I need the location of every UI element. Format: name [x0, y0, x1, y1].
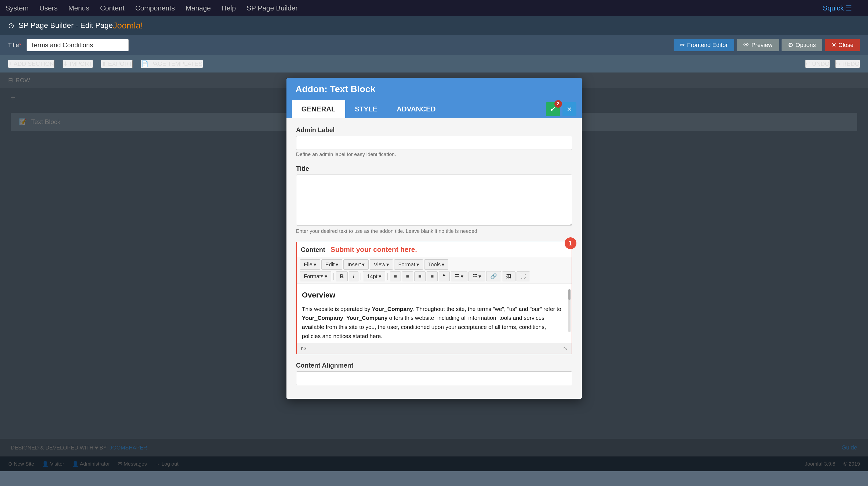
redo-button[interactable]: ↪ REDO	[835, 60, 860, 68]
formats-dropdown-button[interactable]: Formats ▾	[300, 271, 331, 281]
templates-icon: 📄	[141, 60, 149, 67]
user-menu[interactable]: Squick ☰	[823, 4, 852, 12]
align-left-button[interactable]: ≡	[390, 271, 401, 281]
addon-modal: Addon: Text Block GENERAL STYLE ADVANCED…	[286, 78, 582, 399]
nav-content[interactable]: Content	[100, 4, 125, 12]
modal-header: Addon: Text Block	[286, 78, 582, 100]
modal-close-icon: ✕	[567, 105, 572, 113]
nav-spbuilder[interactable]: SP Page Builder	[247, 4, 298, 12]
company-bold-1: Your_Company	[372, 306, 413, 312]
app-title: SP Page Builder - Edit Page	[19, 21, 113, 30]
page-header-bar: ⊙ SP Page Builder - Edit Page Joomla!	[0, 16, 868, 35]
image-button[interactable]: 🖼	[502, 271, 516, 281]
align-justify-button[interactable]: ≡	[427, 271, 438, 281]
align-center-button[interactable]: ≡	[402, 271, 413, 281]
company-bold-2: Your_Company	[302, 315, 343, 321]
content-header: Content Submit your content here.	[297, 242, 571, 257]
editor-resize-handle[interactable]: ⤡	[563, 345, 567, 352]
font-size-button[interactable]: 14pt ▾	[363, 271, 385, 281]
export-icon: ⬆	[101, 60, 106, 67]
title-label: Title*	[8, 41, 21, 49]
modal-tab-actions: ✔ 2 ✕	[546, 102, 577, 116]
file-menu-button[interactable]: File ▾	[300, 260, 320, 270]
link-button[interactable]: 🔗	[486, 271, 501, 281]
import-button[interactable]: ⬇ IMPORT	[63, 60, 93, 68]
italic-button[interactable]: I	[349, 271, 359, 281]
page-templates-button[interactable]: 📄 PAGE TEMPLATES	[141, 60, 203, 68]
size-dropdown-icon: ▾	[378, 273, 381, 279]
nav-menus[interactable]: Menus	[68, 4, 89, 12]
close-button[interactable]: ✕ Close	[825, 39, 860, 51]
content-section: 1 Content Submit your content here. File…	[296, 242, 572, 354]
preview-button[interactable]: 👁 Preview	[737, 39, 779, 51]
frontend-editor-button[interactable]: ✏ Frontend Editor	[674, 39, 734, 51]
tab-style[interactable]: STYLE	[345, 100, 387, 118]
format-dropdown-icon: ▾	[416, 261, 419, 268]
link-icon: 🔗	[490, 273, 497, 279]
page-canvas: ⊟ ROW + 📝 Text Block DESIGNED & DEVELOPE…	[0, 72, 868, 471]
modal-save-button[interactable]: ✔ 2	[546, 102, 560, 116]
undo-icon: ↩	[806, 60, 810, 67]
align-right-button[interactable]: ≡	[414, 271, 426, 281]
edit-menu-button[interactable]: Edit ▾	[321, 260, 342, 270]
formats-dropdown-icon: ▾	[324, 273, 327, 279]
undo-redo-group: ↩ UNDO ↪ REDO	[805, 60, 860, 68]
nav-components[interactable]: Components	[135, 4, 175, 12]
edit-dropdown-icon: ▾	[336, 261, 338, 268]
format-menu-button[interactable]: Format ▾	[394, 260, 423, 270]
add-section-button[interactable]: + ADD SECTION	[8, 60, 55, 68]
align-left-icon: ≡	[394, 273, 397, 279]
options-button[interactable]: ⚙ Options	[781, 39, 823, 51]
editor-scrollbar[interactable]	[568, 289, 570, 332]
tab-advanced[interactable]: ADVANCED	[387, 100, 445, 118]
bold-button[interactable]: B	[336, 271, 348, 281]
export-button[interactable]: ⬆ EXPORT	[101, 60, 133, 68]
toolbar-row-2: Formats ▾ B I 14pt ▾	[300, 271, 568, 281]
save-icon: ✔	[550, 105, 556, 113]
options-icon: ⚙	[788, 41, 793, 49]
tools-dropdown-icon: ▾	[442, 261, 444, 268]
align-justify-icon: ≡	[431, 273, 434, 279]
action-buttons: ✏ Frontend Editor 👁 Preview ⚙ Options ✕ …	[674, 39, 860, 51]
fullscreen-button[interactable]: ⛶	[517, 271, 530, 281]
list-unordered-button[interactable]: ☰ ▾	[451, 271, 467, 281]
content-alignment-input[interactable]	[296, 371, 572, 385]
title-textarea[interactable]	[296, 175, 572, 225]
view-menu-button[interactable]: View ▾	[370, 260, 393, 270]
insert-menu-button[interactable]: Insert ▾	[343, 260, 369, 270]
page-title-input[interactable]	[27, 39, 129, 51]
nav-manage[interactable]: Manage	[186, 4, 211, 12]
image-icon: 🖼	[506, 273, 512, 279]
toolbar-separator-2	[361, 273, 361, 280]
required-asterisk: *	[19, 41, 22, 48]
editor-content-area[interactable]: Overview This website is operated by You…	[297, 284, 571, 343]
modal-close-button[interactable]: ✕	[562, 102, 577, 116]
nav-system[interactable]: System	[5, 4, 29, 12]
content-para1: This website is operated by Your_Company…	[302, 304, 566, 340]
editor-toolbar: File ▾ Edit ▾ Insert ▾	[297, 257, 571, 284]
fullscreen-icon: ⛶	[521, 273, 526, 279]
admin-label-group: Admin Label Define an admin label for ea…	[296, 126, 572, 157]
view-dropdown-icon: ▾	[386, 261, 389, 268]
tab-general[interactable]: GENERAL	[292, 100, 345, 118]
undo-button[interactable]: ↩ UNDO	[805, 60, 830, 68]
blockquote-button[interactable]: ❝	[439, 271, 450, 281]
admin-label-label: Admin Label	[296, 126, 572, 134]
insert-dropdown-icon: ▾	[362, 261, 365, 268]
redo-icon: ↪	[836, 60, 841, 67]
nav-users[interactable]: Users	[39, 4, 58, 12]
tools-menu-button[interactable]: Tools ▾	[424, 260, 448, 270]
company-bold-3: Your_Company	[346, 315, 388, 321]
title-hint: Enter your desired text to use as the ad…	[296, 228, 572, 234]
title-form-label: Title	[296, 165, 572, 172]
app-icon: ⊙	[8, 21, 14, 30]
plus-icon: +	[8, 60, 12, 67]
top-navigation: System Users Menus Content Components Ma…	[0, 0, 868, 16]
list-ordered-button[interactable]: ☷ ▾	[468, 271, 485, 281]
modal-body: Admin Label Define an admin label for ea…	[286, 118, 582, 399]
title-group: Title Enter your desired text to use as …	[296, 165, 572, 234]
scrollbar-thumb	[568, 289, 570, 300]
admin-label-input[interactable]	[296, 136, 572, 150]
toolbar-row-1: File ▾ Edit ▾ Insert ▾	[300, 260, 568, 270]
nav-help[interactable]: Help	[221, 4, 236, 12]
